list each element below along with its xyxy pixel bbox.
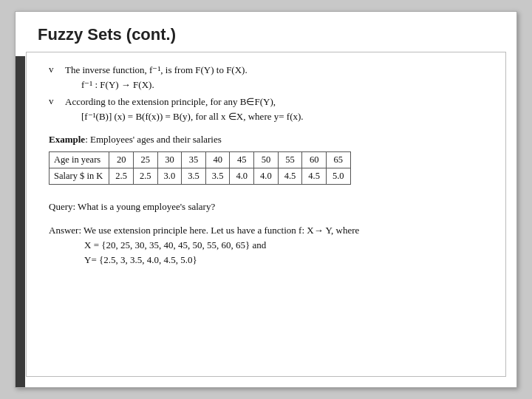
answer-line-2: X = {20, 25, 30, 35, 40, 45, 50, 55, 60,…	[84, 238, 483, 253]
example-section: Example: Employees' ages and their salar…	[49, 134, 483, 192]
answer-section: Answer: We use extension principle here.…	[49, 223, 483, 267]
table-cell: 4.0	[254, 168, 279, 185]
table-cell: 3.0	[157, 168, 182, 185]
table-cell: 5.0	[326, 168, 350, 185]
table-cell: 40	[205, 152, 230, 168]
table-cell: Salary $ in K	[50, 168, 109, 185]
table-cell: 4.5	[278, 168, 302, 185]
bullet-row-2: v According to the extension principle, …	[49, 95, 483, 123]
bullet-row-1: v The inverse function, f⁻¹, is from F(Y…	[49, 63, 483, 92]
slide-body: v The inverse function, f⁻¹, is from F(Y…	[26, 52, 506, 377]
table-cell: 2.5	[133, 168, 157, 185]
table-row-1: Age in years 20 25 30 35 40 45 50 55 60 …	[50, 152, 351, 168]
example-desc: : Employees' ages and their salaries	[85, 134, 222, 145]
table-cell: Age in years	[50, 152, 109, 168]
query-text: Query: What is a young employee's salary…	[49, 201, 215, 212]
table-cell: 4.5	[302, 168, 327, 185]
table-cell: 30	[157, 152, 182, 168]
query-section: Query: What is a young employee's salary…	[49, 201, 483, 213]
bullet-content-2: According to the extension principle, fo…	[65, 95, 304, 123]
answer-line-1: Answer: We use extension principle here.…	[49, 223, 483, 238]
table-cell: 65	[326, 152, 350, 168]
bullet-section: v The inverse function, f⁻¹, is from F(Y…	[49, 63, 483, 123]
table-cell: 50	[254, 152, 279, 168]
bullet-text-1a: The inverse function, f⁻¹, is from F(Y) …	[65, 63, 248, 78]
left-accent-bar	[16, 56, 25, 387]
table-cell: 35	[182, 152, 206, 168]
table-cell: 3.5	[205, 168, 230, 185]
table-row-2: Salary $ in K 2.5 2.5 3.0 3.5 3.5 4.0 4.…	[50, 168, 351, 185]
table-cell: 45	[230, 152, 254, 168]
table-cell: 2.5	[109, 168, 134, 185]
bullet-text-1b: f⁻¹ : F(Y) → F(X).	[81, 78, 248, 92]
bullet-symbol-2: v	[49, 95, 59, 107]
slide-container: Fuzzy Sets (cont.) v The inverse functio…	[15, 11, 517, 388]
table-cell: 25	[133, 152, 157, 168]
bullet-text-2b: [f⁻¹(B)] (x) = B(f(x)) = B(y), for all x…	[81, 109, 304, 124]
table-cell: 20	[109, 152, 134, 168]
data-table: Age in years 20 25 30 35 40 45 50 55 60 …	[49, 151, 351, 185]
table-cell: 3.5	[182, 168, 206, 185]
bullet-text-2a: According to the extension principle, fo…	[65, 95, 304, 109]
title-bar: Fuzzy Sets (cont.)	[16, 12, 516, 52]
slide-title: Fuzzy Sets (cont.)	[38, 25, 176, 44]
table-cell: 55	[278, 152, 302, 168]
answer-line-3: Y= {2.5, 3, 3.5, 4.0, 4.5, 5.0}	[84, 253, 483, 267]
bullet-content-1: The inverse function, f⁻¹, is from F(Y) …	[65, 63, 248, 92]
bullet-symbol-1: v	[49, 63, 59, 75]
table-cell: 60	[302, 152, 327, 168]
example-label: Example: Employees' ages and their salar…	[49, 134, 483, 146]
example-keyword: Example	[49, 134, 85, 145]
table-cell: 4.0	[230, 168, 254, 185]
